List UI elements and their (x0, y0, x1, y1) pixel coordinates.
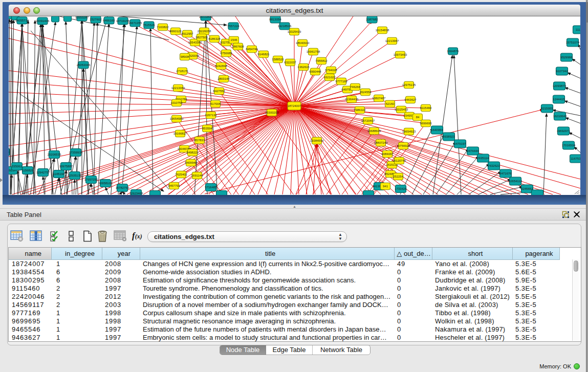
svg-text:2087682: 2087682 (366, 18, 378, 21)
svg-text:98908: 98908 (181, 55, 189, 58)
svg-text:10553287: 10553287 (75, 16, 89, 19)
svg-text:6322037: 6322037 (284, 61, 296, 64)
svg-text:1244415: 1244415 (553, 98, 565, 101)
svg-text:16033809: 16033809 (199, 16, 213, 18)
svg-text:18640910: 18640910 (296, 41, 310, 45)
svg-text:12213369: 12213369 (171, 86, 185, 90)
svg-text:7955812: 7955812 (315, 59, 328, 62)
svg-text:19692971: 19692971 (557, 129, 571, 133)
svg-text:1145194: 1145194 (53, 172, 66, 176)
svg-text:16671355: 16671355 (128, 21, 142, 25)
svg-text:19654923: 19654923 (402, 130, 416, 133)
svg-text:16120746: 16120746 (393, 159, 406, 162)
svg-text:15751074: 15751074 (566, 41, 580, 44)
svg-text:1691144: 1691144 (191, 174, 204, 177)
svg-text:20206535: 20206535 (48, 153, 61, 156)
svg-text:8660123: 8660123 (169, 30, 182, 33)
svg-text:941: 941 (383, 185, 388, 188)
svg-text:10958107: 10958107 (99, 182, 113, 185)
svg-text:18807249: 18807249 (374, 141, 388, 144)
svg-text:857833: 857833 (194, 139, 205, 142)
svg-text:1733426: 1733426 (395, 187, 407, 190)
svg-text:20091406: 20091406 (36, 19, 50, 23)
svg-text:9146821: 9146821 (257, 53, 270, 56)
svg-text:16210643: 16210643 (553, 115, 567, 118)
svg-text:14055714: 14055714 (15, 19, 29, 22)
svg-text:9227342: 9227342 (556, 70, 568, 73)
svg-text:16961758: 16961758 (307, 50, 320, 53)
svg-text:1527602: 1527602 (90, 18, 102, 21)
svg-text:12942757: 12942757 (36, 171, 50, 174)
svg-text:7515526: 7515526 (143, 24, 155, 27)
svg-text:7632621: 7632621 (488, 164, 500, 167)
svg-text:17359934: 17359934 (69, 151, 83, 154)
svg-text:10543382: 10543382 (188, 41, 202, 44)
svg-text:2718176: 2718176 (176, 70, 188, 73)
svg-text:16154838: 16154838 (376, 29, 389, 32)
svg-text:6794028: 6794028 (325, 69, 337, 72)
svg-text:3267130: 3267130 (205, 114, 217, 117)
svg-text:17016504: 17016504 (562, 144, 576, 147)
svg-text:16782759: 16782759 (116, 186, 129, 189)
svg-text:8938923: 8938923 (443, 135, 455, 138)
svg-text:7986322: 7986322 (354, 108, 366, 112)
svg-text:19166827: 19166827 (173, 132, 187, 135)
svg-text:9115460: 9115460 (420, 106, 432, 110)
svg-text:17957255: 17957255 (84, 178, 98, 181)
svg-text:25300203: 25300203 (265, 111, 279, 114)
svg-text:7163822: 7163822 (157, 26, 169, 29)
svg-text:1664876: 1664876 (447, 50, 459, 53)
svg-text:12093873: 12093873 (553, 84, 567, 87)
svg-text:19384554: 19384554 (310, 139, 324, 142)
svg-text:8454749: 8454749 (246, 48, 258, 51)
svg-text:19654983: 19654983 (170, 117, 184, 120)
svg-text:12505135: 12505135 (68, 174, 82, 177)
svg-text:8471676: 8471676 (499, 172, 512, 175)
svg-text:252254: 252254 (393, 175, 404, 178)
svg-text:1010755: 1010755 (170, 101, 183, 104)
svg-text:9242848: 9242848 (215, 64, 227, 68)
svg-text:517006: 517006 (210, 102, 221, 105)
svg-text:2803144: 2803144 (217, 77, 230, 80)
svg-text:6479197: 6479197 (454, 142, 466, 145)
svg-text:9827505: 9827505 (195, 36, 208, 39)
svg-text:1588520: 1588520 (272, 58, 284, 61)
svg-text:15720407: 15720407 (361, 119, 375, 122)
svg-text:7557224: 7557224 (227, 25, 239, 28)
svg-text:12975135: 12975135 (402, 83, 416, 86)
svg-text:2935114: 2935114 (477, 157, 490, 160)
svg-text:8813054: 8813054 (269, 18, 281, 21)
svg-text:746266: 746266 (350, 85, 361, 89)
svg-text:10688609: 10688609 (367, 129, 381, 133)
svg-text:2867608: 2867608 (232, 45, 244, 48)
svg-text:3624554: 3624554 (359, 91, 372, 94)
svg-text:5409948: 5409948 (185, 161, 197, 164)
svg-text:9474444: 9474444 (467, 149, 479, 152)
svg-text:10807487: 10807487 (372, 97, 386, 100)
svg-text:335061: 335061 (12, 165, 23, 168)
svg-text:9777169: 9777169 (335, 80, 347, 83)
svg-text:21364436: 21364436 (345, 98, 359, 101)
svg-text:9463627: 9463627 (404, 98, 417, 101)
svg-text:116753: 116753 (571, 157, 580, 160)
svg-text:6990448: 6990448 (309, 70, 321, 73)
svg-text:1640954: 1640954 (431, 128, 443, 132)
svg-text:84: 84 (416, 116, 420, 119)
svg-text:9699695: 9699695 (420, 122, 432, 125)
svg-text:8912957: 8912957 (181, 32, 193, 35)
svg-text:8186328: 8186328 (208, 37, 221, 40)
svg-text:3498222: 3498222 (186, 151, 199, 154)
svg-text:7625402: 7625402 (175, 173, 187, 176)
svg-text:10975887: 10975887 (59, 165, 73, 168)
svg-text:6466160: 6466160 (103, 19, 115, 22)
svg-text:1112: 1112 (576, 28, 580, 31)
svg-text:853594: 853594 (202, 127, 213, 130)
svg-text:1362615: 1362615 (297, 65, 310, 69)
svg-text:9084067: 9084067 (381, 152, 394, 156)
svg-text:12923468: 12923468 (129, 192, 143, 195)
svg-text:8427552: 8427552 (213, 90, 225, 93)
svg-text:9529966: 9529966 (560, 56, 573, 59)
svg-text:62160: 62160 (386, 102, 395, 105)
svg-text:18724007: 18724007 (288, 104, 301, 107)
svg-text:12213967: 12213967 (385, 39, 399, 42)
